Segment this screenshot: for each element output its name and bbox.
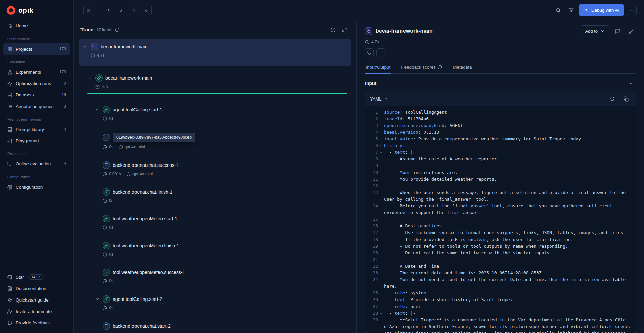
add-to-button[interactable]: Add to bbox=[581, 25, 609, 37]
span-name: tool.weather.openMeteo.start-1 bbox=[113, 216, 177, 221]
format-label: YAML bbox=[370, 96, 381, 102]
trace-tree-item-agent-toolcalling-start-2[interactable]: agent.toolCalling.start-20s bbox=[79, 291, 351, 314]
chevron-down-icon[interactable] bbox=[95, 297, 100, 302]
prev-item-button[interactable] bbox=[129, 5, 139, 15]
search-button[interactable] bbox=[553, 5, 564, 15]
sidebar-item-quickstart-guide[interactable]: Quickstart guide bbox=[3, 294, 70, 306]
sidebar-item-invite-a-teammate[interactable]: Invite a teammate bbox=[3, 306, 70, 317]
format-select[interactable]: YAML bbox=[370, 96, 388, 102]
edit-button[interactable] bbox=[626, 26, 636, 36]
sidebar-item-provide-feedback[interactable]: Provide feedback bbox=[3, 317, 70, 328]
chevron-down-icon[interactable] bbox=[83, 44, 88, 49]
fold-gutter bbox=[378, 303, 384, 305]
code-line: 28 - text: |- bbox=[365, 310, 636, 317]
line-number: 9 bbox=[365, 162, 378, 169]
sidebar-item-prompt-library[interactable]: Prompt library4 bbox=[3, 124, 70, 135]
trace-tree-item-agent-toolcalling-start-1[interactable]: agent.toolCalling.start-10s bbox=[79, 102, 351, 125]
more-options-button[interactable] bbox=[627, 5, 637, 15]
trace-tree-item[interactable]: 0199b9ec-33f9-7a97-ba50-bdecd490bceb0sgp… bbox=[79, 129, 351, 153]
message-icon bbox=[7, 320, 12, 325]
fold-gutter bbox=[378, 296, 384, 298]
trace-tree-item-backend-openai-chat-success-1[interactable]: backend.openai.chat.success-10.001sgpt-4… bbox=[79, 157, 351, 180]
line-number: 20 bbox=[365, 250, 378, 256]
model-tag: gpt-4o-mini bbox=[119, 145, 145, 149]
sidebar-item-datasets[interactable]: Datasets19 bbox=[3, 89, 70, 101]
next-item-button[interactable] bbox=[142, 5, 152, 15]
code-line: 19 - Do not refer to tools or tool outpu… bbox=[365, 243, 636, 250]
sidebar-item-annotation-queues[interactable]: Annotation queues3 bbox=[3, 101, 70, 112]
code-line: 26 - text: Provide a short history of Sa… bbox=[365, 296, 636, 303]
sidebar-item-label: Datasets bbox=[16, 92, 58, 97]
tab-input-output[interactable]: Input/Output bbox=[365, 62, 391, 73]
comments-button[interactable] bbox=[612, 26, 623, 36]
trace-tree-item-beeai-framework-main[interactable]: beeai-framework-main4.7s bbox=[79, 70, 351, 98]
filter-button[interactable] bbox=[566, 5, 576, 15]
trace-icon bbox=[91, 43, 98, 50]
trace-tree-item-tool-weather-openmeteo-finish-1[interactable]: tool.weather.openMeteo.finish-10s bbox=[79, 238, 351, 261]
trace-tree-item-backend-openai-chat-start-2[interactable]: backend.openai.chat.start-20s bbox=[79, 318, 351, 333]
line-number: 27 bbox=[365, 303, 378, 310]
forward-button[interactable] bbox=[116, 5, 126, 15]
fold-chevron-icon[interactable] bbox=[378, 142, 384, 148]
grid-icon bbox=[7, 47, 12, 52]
sidebar-item-label: Experiments bbox=[16, 70, 56, 75]
line-number: 28 bbox=[365, 310, 378, 317]
duration-bar bbox=[83, 62, 347, 62]
fold-gutter bbox=[378, 189, 384, 191]
trace-tree-item-beeai-framework-main[interactable]: beeai-framework-main4.7s bbox=[79, 39, 351, 66]
opik-logo[interactable]: opik bbox=[0, 0, 73, 19]
line-number: 17 bbox=[365, 229, 378, 236]
clock-icon bbox=[103, 172, 107, 176]
model-tag: gpt-4o-mini bbox=[126, 172, 153, 176]
trace-tree-item-backend-openai-chat-finish-1[interactable]: backend.openai.chat.finish-10s bbox=[79, 184, 351, 207]
tab-feedback-scores[interactable]: Feedback scores bbox=[400, 62, 443, 73]
debug-with-ai-button[interactable]: Debug with AI bbox=[579, 4, 624, 16]
code-line: 7 - text: | bbox=[365, 149, 636, 156]
collapse-input-button[interactable] bbox=[626, 78, 636, 88]
code-line: 18 - If the provided task is unclear, as… bbox=[365, 236, 636, 243]
close-button[interactable] bbox=[83, 5, 93, 15]
sidebar-item-online-evaluation[interactable]: Online evaluation4 bbox=[3, 158, 70, 170]
trace-icon bbox=[365, 27, 372, 35]
sidebar-item-optimization-runs[interactable]: Optimization runs0 bbox=[3, 78, 70, 89]
sidebar-item-projects[interactable]: Projects179 bbox=[3, 43, 70, 55]
tab-metadata[interactable]: Metadata bbox=[452, 62, 472, 73]
model-icon bbox=[126, 172, 131, 176]
back-button[interactable] bbox=[103, 5, 113, 15]
gear-icon bbox=[7, 185, 12, 190]
fold-chevron-icon[interactable] bbox=[378, 310, 384, 315]
sidebar-item-playground[interactable]: Playground bbox=[3, 135, 70, 146]
sidebar-item-experiments[interactable]: Experiments179 bbox=[3, 66, 70, 78]
link-green-icon bbox=[95, 74, 103, 82]
sidebar-item-documentation[interactable]: Documentation bbox=[3, 283, 70, 294]
add-tag-button[interactable] bbox=[365, 48, 374, 57]
duration-row: 4.7s bbox=[365, 40, 636, 44]
link-green-icon bbox=[103, 295, 110, 303]
search-in-code-button[interactable] bbox=[607, 94, 618, 104]
trace-tree-item-tool-weather-openmeteo-start-1[interactable]: tool.weather.openMeteo.start-10s bbox=[79, 211, 351, 234]
focus-trace-button[interactable] bbox=[328, 25, 338, 35]
span-duration: 0s bbox=[109, 225, 113, 230]
clock-icon bbox=[103, 145, 107, 149]
fold-chevron-icon[interactable] bbox=[378, 149, 384, 154]
link-green-icon bbox=[103, 269, 110, 276]
span-duration: 0s bbox=[109, 279, 113, 283]
clock-icon bbox=[103, 306, 107, 310]
fold-gutter bbox=[378, 229, 384, 231]
sparkle-icon bbox=[584, 8, 589, 13]
chevron-down-icon[interactable] bbox=[95, 107, 100, 112]
add-button[interactable] bbox=[376, 48, 385, 57]
chevron-down-icon[interactable] bbox=[87, 76, 93, 80]
code-line: 20 - Do not call the same tool twice wit… bbox=[365, 250, 636, 256]
trace-tree-item-tool-weather-openmeteo-success-1[interactable]: tool.weather.openMeteo.success-10s bbox=[79, 265, 351, 287]
line-number: 8 bbox=[365, 156, 378, 162]
code-line: 21 bbox=[365, 256, 636, 263]
line-number: 14 bbox=[365, 203, 378, 209]
copy-code-button[interactable] bbox=[621, 94, 631, 104]
sidebar-item-home[interactable]: Home bbox=[3, 20, 70, 31]
code-line: 6history: bbox=[365, 142, 636, 149]
sidebar-item-star[interactable]: Star 14.5K bbox=[3, 271, 70, 283]
sidebar-item-configuration[interactable]: Configuration bbox=[3, 181, 70, 193]
expand-all-button[interactable] bbox=[339, 25, 350, 35]
code-line: 27 role: user bbox=[365, 303, 636, 310]
